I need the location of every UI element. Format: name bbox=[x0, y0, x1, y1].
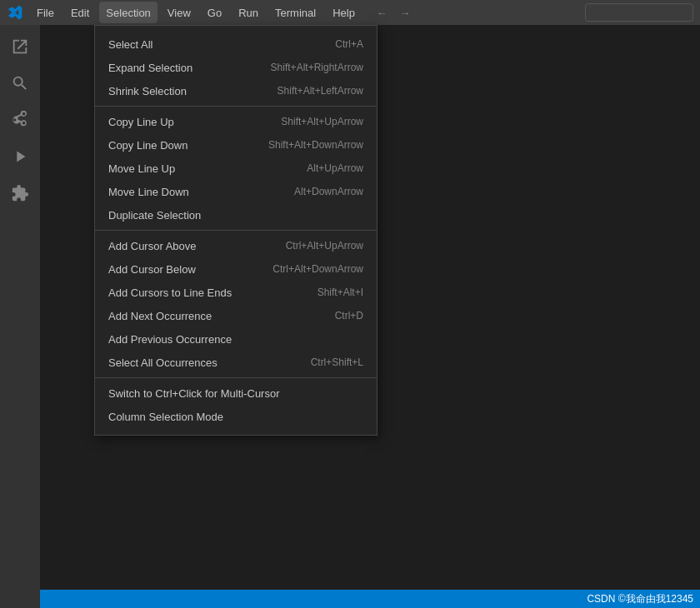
title-search[interactable] bbox=[585, 3, 693, 22]
search-icon[interactable] bbox=[5, 68, 35, 98]
source-control-icon[interactable] bbox=[5, 105, 35, 135]
run-debug-icon[interactable] bbox=[5, 142, 35, 172]
move-line-down-item[interactable]: Move Line Down Alt+DownArrow bbox=[95, 180, 377, 203]
menubar: File Edit Selection View Go Run Terminal… bbox=[0, 0, 700, 25]
back-button[interactable]: ← bbox=[372, 2, 392, 22]
duplicate-selection-item[interactable]: Duplicate Selection bbox=[95, 203, 377, 227]
add-next-occurrence-item[interactable]: Add Next Occurrence Ctrl+D bbox=[95, 304, 377, 327]
menu-selection[interactable]: Selection bbox=[99, 2, 157, 23]
status-right: CSDN ©我命由我12345 bbox=[587, 592, 693, 606]
copy-line-up-item[interactable]: Copy Line Up Shift+Alt+UpArrow bbox=[95, 110, 377, 133]
nav-buttons: ← → bbox=[372, 2, 415, 22]
status-text: CSDN ©我命由我12345 bbox=[587, 592, 693, 606]
select-all-item[interactable]: Select All Ctrl+A bbox=[95, 32, 377, 56]
menu-view[interactable]: View bbox=[161, 2, 198, 23]
menu-group-2: Copy Line Up Shift+Alt+UpArrow Copy Line… bbox=[95, 107, 377, 231]
shrink-selection-item[interactable]: Shrink Selection Shift+Alt+LeftArrow bbox=[95, 79, 377, 102]
column-selection-mode-item[interactable]: Column Selection Mode bbox=[95, 405, 377, 428]
menu-terminal[interactable]: Terminal bbox=[268, 2, 322, 23]
menu-group-3: Add Cursor Above Ctrl+Alt+UpArrow Add Cu… bbox=[95, 231, 377, 378]
menu-file[interactable]: File bbox=[30, 2, 61, 23]
move-line-up-item[interactable]: Move Line Up Alt+UpArrow bbox=[95, 157, 377, 180]
extensions-icon[interactable] bbox=[5, 178, 35, 208]
menu-edit[interactable]: Edit bbox=[64, 2, 96, 23]
status-bar: CSDN ©我命由我12345 bbox=[0, 590, 700, 608]
menu-run[interactable]: Run bbox=[232, 2, 265, 23]
explorer-icon[interactable] bbox=[5, 32, 35, 62]
add-cursor-below-item[interactable]: Add Cursor Below Ctrl+Alt+DownArrow bbox=[95, 257, 377, 281]
vscode-logo bbox=[7, 4, 23, 21]
add-previous-occurrence-item[interactable]: Add Previous Occurrence bbox=[95, 327, 377, 351]
add-cursor-above-item[interactable]: Add Cursor Above Ctrl+Alt+UpArrow bbox=[95, 234, 377, 257]
copy-line-down-item[interactable]: Copy Line Down Shift+Alt+DownArrow bbox=[95, 133, 377, 157]
activity-bar bbox=[0, 25, 40, 608]
add-cursors-line-ends-item[interactable]: Add Cursors to Line Ends Shift+Alt+I bbox=[95, 281, 377, 304]
menu-help[interactable]: Help bbox=[326, 2, 362, 23]
switch-ctrl-click-item[interactable]: Switch to Ctrl+Click for Multi-Cursor bbox=[95, 381, 377, 405]
expand-selection-item[interactable]: Expand Selection Shift+Alt+RightArrow bbox=[95, 56, 377, 79]
menu-go[interactable]: Go bbox=[201, 2, 228, 23]
menu-group-4: Switch to Ctrl+Click for Multi-Cursor Co… bbox=[95, 378, 377, 431]
menu-group-1: Select All Ctrl+A Expand Selection Shift… bbox=[95, 29, 377, 107]
select-all-occurrences-item[interactable]: Select All Occurrences Ctrl+Shift+L bbox=[95, 351, 377, 374]
selection-dropdown: Select All Ctrl+A Expand Selection Shift… bbox=[94, 25, 378, 436]
forward-button[interactable]: → bbox=[395, 2, 415, 22]
